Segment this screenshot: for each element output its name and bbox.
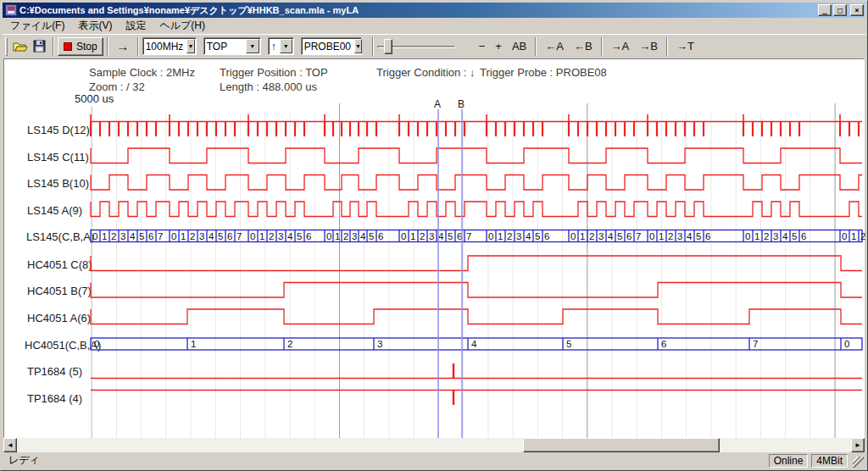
title-bar[interactable]: C:¥Documents and Settings¥noname¥デスクトップ¥… xyxy=(3,3,865,18)
scrollbar-thumb[interactable] xyxy=(523,438,720,452)
channel-label-tp1684-4[interactable]: TP1684 (4) xyxy=(27,392,82,405)
window-title: C:¥Documents and Settings¥noname¥デスクトップ¥… xyxy=(19,4,818,17)
online-status-badge: Online xyxy=(769,454,809,468)
zoom-slider[interactable] xyxy=(377,37,462,56)
channel-label-tp1684-5[interactable]: TP1684 (5) xyxy=(27,365,82,378)
channel-label-hc4051-b[interactable]: HC4051 B(7) xyxy=(27,285,92,297)
app-icon xyxy=(5,4,17,16)
status-bar: レディ Online 4MBit xyxy=(3,452,865,468)
channel-label-ls145-b[interactable]: LS145 B(10) xyxy=(27,177,89,190)
trigger-edge-select[interactable]: ↑ ▼ xyxy=(268,37,294,55)
length-info: Length : 488.000 us xyxy=(220,80,317,93)
toolbar-separator xyxy=(137,37,139,56)
time-origin-label: 5000 us xyxy=(75,92,114,105)
trigger-position-select[interactable]: TOP ▼ xyxy=(203,37,261,55)
menu-view[interactable]: 表示(V) xyxy=(71,17,119,35)
maximize-button[interactable]: □ xyxy=(833,4,847,16)
channel-label-hc4051-c[interactable]: HC4051 C(8) xyxy=(27,258,92,271)
toolbar: Stop → 100MHz ▼ TOP ▼ ↑ ▼ PROBE00 ▼ − + … xyxy=(3,34,865,58)
toolbar-separator xyxy=(372,37,374,56)
trigger-probe-select[interactable]: PROBE00 ▼ xyxy=(301,37,362,55)
open-folder-icon xyxy=(13,41,28,53)
stop-label: Stop xyxy=(76,41,97,53)
zoom-out-button[interactable]: − xyxy=(474,37,491,55)
goto-cursor-b-right-button[interactable]: →B xyxy=(634,37,663,55)
sample-clock-info: Sample Clock : 2MHz xyxy=(89,66,195,79)
channel-label-ls145-a[interactable]: LS145 A(9) xyxy=(27,204,82,217)
toolbar-grip xyxy=(5,37,8,56)
app-window: C:¥Documents and Settings¥noname¥デスクトップ¥… xyxy=(0,0,868,471)
goto-cursor-b-left-button[interactable]: ←B xyxy=(569,37,598,55)
channel-label-hc4051-bus[interactable]: HC4051(C,B,A) xyxy=(25,339,101,352)
trigger-condition-info: Trigger Condition : ↓ xyxy=(376,66,476,79)
zoom-info: Zoom : / 32 xyxy=(89,80,145,93)
zoom-slider-thumb[interactable] xyxy=(384,39,392,54)
toolbar-separator xyxy=(601,37,603,56)
waveform-client-area xyxy=(3,58,865,438)
zoom-in-button[interactable]: + xyxy=(490,37,507,55)
trigger-probe-info: Trigger Probe : PROBE08 xyxy=(480,66,607,79)
menu-help[interactable]: ヘルプ(H) xyxy=(153,17,212,35)
cursor-b-label: B xyxy=(458,98,465,110)
save-button[interactable] xyxy=(30,37,49,56)
trigger-position-info: Trigger Position : TOP xyxy=(220,66,328,79)
goto-trigger-button[interactable]: →T xyxy=(671,37,699,55)
floppy-disk-icon xyxy=(33,40,46,53)
menu-settings[interactable]: 設定 xyxy=(119,17,153,35)
goto-cursor-a-right-button[interactable]: →A xyxy=(606,37,635,55)
chevron-down-icon[interactable]: ▼ xyxy=(246,39,259,53)
minimize-button[interactable]: _ xyxy=(818,4,832,16)
goto-cursor-a-left-button[interactable]: ←A xyxy=(540,37,569,55)
chevron-down-icon[interactable]: ▼ xyxy=(186,39,194,53)
chevron-down-icon[interactable]: ▼ xyxy=(354,39,362,53)
horizontal-scrollbar[interactable]: ◄ ► xyxy=(3,438,865,452)
menu-bar: ファイル(F) 表示(V) 設定 ヘルプ(H) xyxy=(3,18,865,34)
toolbar-separator xyxy=(535,37,537,56)
open-file-button[interactable] xyxy=(10,37,30,56)
channel-label-ls145-d[interactable]: LS145 D(12) xyxy=(27,124,90,136)
scroll-right-arrow[interactable]: ► xyxy=(851,438,865,452)
chevron-down-icon[interactable]: ▼ xyxy=(280,39,292,53)
scroll-left-arrow[interactable]: ◄ xyxy=(3,438,17,452)
zoom-ab-button[interactable]: AB xyxy=(507,37,531,55)
menu-file[interactable]: ファイル(F) xyxy=(3,17,71,35)
channel-label-ls145-bus[interactable]: LS145(C,B,A) xyxy=(26,230,94,243)
single-run-button[interactable]: → xyxy=(112,39,134,53)
channel-label-hc4051-a[interactable]: HC4051 A(6) xyxy=(27,312,91,324)
cursor-a-label: A xyxy=(434,98,441,110)
stop-icon xyxy=(64,42,72,51)
toolbar-separator xyxy=(666,37,668,56)
channel-label-ls145-c[interactable]: LS145 C(11) xyxy=(27,151,89,163)
toolbar-separator xyxy=(53,37,54,56)
resize-grip[interactable] xyxy=(853,457,864,468)
memory-size-badge: 4MBit xyxy=(811,454,848,468)
close-button[interactable]: × xyxy=(850,4,864,16)
toolbar-separator xyxy=(107,37,108,56)
stop-button[interactable]: Stop xyxy=(58,37,103,56)
sample-clock-select[interactable]: 100MHz ▼ xyxy=(142,37,197,55)
status-message: レディ xyxy=(3,453,769,468)
